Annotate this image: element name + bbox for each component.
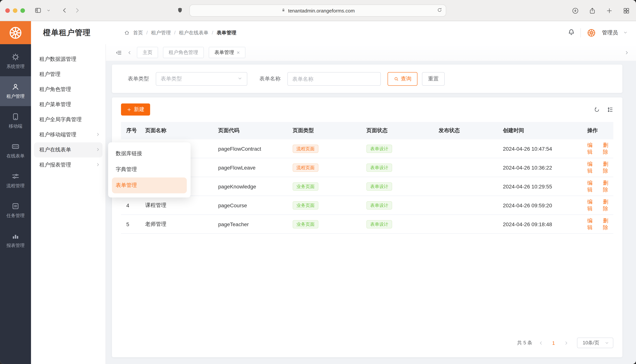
flyout-item-form-mgmt[interactable]: 表单管理: [112, 178, 187, 193]
cell-page-name: 老师管理: [145, 221, 218, 228]
rail-item-system[interactable]: 系统管理: [0, 46, 31, 76]
reload-icon[interactable]: [437, 7, 443, 14]
minimize-window-button[interactable]: [13, 8, 17, 13]
create-button[interactable]: 新建: [121, 104, 150, 116]
rail-item-workflow[interactable]: 流程管理: [0, 166, 31, 196]
sidebar-toggle-icon[interactable]: [33, 5, 43, 16]
forward-button[interactable]: [72, 5, 82, 16]
tabs-scroll-left-icon[interactable]: [127, 50, 132, 55]
user-name[interactable]: 管理员: [602, 29, 618, 36]
delete-link[interactable]: 删除: [603, 142, 613, 156]
page-size-select[interactable]: 10条/页: [577, 338, 613, 348]
tabs-scroll-right-icon[interactable]: [624, 50, 629, 55]
downloads-icon[interactable]: [570, 5, 580, 16]
form-type-label: 表单类型: [128, 75, 149, 82]
user-menu-chevron-icon[interactable]: [623, 29, 628, 36]
sidebar-item-tenant-mgmt[interactable]: 租户管理: [31, 67, 105, 82]
table-row: pageFlowContract 流程页面 表单设计 2024-04-26 10…: [121, 139, 613, 158]
sidebar-item-tenant-mobile[interactable]: 租户移动端管理: [31, 127, 105, 142]
rail-item-online-form[interactable]: 在线表单: [0, 136, 31, 166]
col-page-type: 页面类型: [293, 127, 366, 134]
sidebar-item-tenant-menu[interactable]: 租户菜单管理: [31, 97, 105, 112]
form-name-label: 表单名称: [259, 75, 281, 82]
tab-list-icon[interactable]: [116, 49, 122, 56]
sidebar-item-tenant-online-form[interactable]: 租户在线表单: [34, 142, 102, 158]
edit-link[interactable]: 编辑: [587, 180, 598, 193]
tab-label: 主页: [143, 49, 152, 56]
app-header: 橙单租户管理 首页 / 租户管理 / 租户在线表单 / 表单管理 管理员: [0, 21, 636, 44]
breadcrumb-online-form[interactable]: 租户在线表单: [179, 29, 208, 36]
avatar[interactable]: [586, 28, 597, 38]
flyout-item-db-link[interactable]: 数据库链接: [108, 146, 190, 162]
breadcrumb-home[interactable]: 首页: [133, 29, 143, 36]
tab-overview-icon[interactable]: [621, 5, 631, 16]
edit-link[interactable]: 编辑: [587, 161, 598, 174]
browser-toolbar: tenantadmin.orangeforms.com: [0, 0, 636, 21]
rail-item-mobile[interactable]: 移动端: [0, 106, 31, 136]
new-tab-icon[interactable]: [604, 5, 614, 16]
next-page-icon[interactable]: [564, 340, 569, 345]
page-number[interactable]: 1: [549, 340, 558, 346]
refresh-icon[interactable]: [594, 106, 600, 113]
sidebar-item-tenant-role[interactable]: 租户角色管理: [31, 82, 105, 97]
page-status-tag: 表单设计: [366, 182, 392, 190]
sidebar-item-label: 租户角色管理: [39, 86, 71, 93]
cell-page-code: pageFlowLeave: [218, 164, 293, 170]
back-button[interactable]: [59, 5, 70, 16]
flyout-item-dict-mgmt[interactable]: 字典管理: [108, 162, 190, 178]
form-type-select[interactable]: 表单类型: [156, 72, 247, 86]
prev-page-icon[interactable]: [538, 340, 543, 345]
rail-item-tenant[interactable]: 租户管理: [0, 76, 31, 106]
table-panel: 新建 序号 页面名称 页面代码 页面类型 页面状态 发布状态 创建时间: [112, 98, 622, 357]
tab-group-chevron-icon[interactable]: [43, 5, 54, 16]
edit-link[interactable]: 编辑: [587, 217, 598, 231]
edit-link[interactable]: 编辑: [587, 198, 598, 212]
reset-button[interactable]: 重置: [422, 72, 445, 86]
delete-link[interactable]: 删除: [603, 217, 613, 231]
rail-item-task[interactable]: 任务管理: [0, 196, 31, 226]
sidebar-item-label: 租户移动端管理: [39, 132, 76, 138]
rail-item-label: 系统管理: [7, 64, 25, 70]
privacy-shield-icon[interactable]: [176, 6, 183, 16]
delete-link[interactable]: 删除: [603, 180, 613, 193]
zoom-window-button[interactable]: [21, 8, 25, 13]
share-icon[interactable]: [587, 5, 597, 16]
address-bar[interactable]: tenantadmin.orangeforms.com: [189, 4, 446, 16]
notifications-bell-icon[interactable]: [568, 28, 575, 37]
edit-link[interactable]: 编辑: [587, 142, 598, 156]
breadcrumb-current: 表单管理: [217, 29, 236, 36]
page-status-tag: 表单设计: [366, 220, 392, 228]
tab-tenant-role[interactable]: 租户角色管理: [163, 47, 204, 58]
close-window-button[interactable]: [5, 8, 10, 13]
tab-form-mgmt[interactable]: 表单管理×: [209, 47, 245, 58]
column-settings-icon[interactable]: [607, 106, 613, 113]
delete-link[interactable]: 删除: [603, 161, 613, 174]
module-rail: 系统管理 租户管理 移动端 在线表单 流程管理 任务管理 报表管理: [0, 44, 31, 364]
table-header: 序号 页面名称 页面代码 页面类型 页面状态 发布状态 创建时间 操作: [121, 122, 613, 139]
query-button[interactable]: 查询: [387, 72, 417, 86]
header-divider: [580, 28, 581, 37]
delete-link[interactable]: 删除: [603, 198, 613, 212]
close-tab-icon[interactable]: ×: [237, 50, 240, 55]
pagination: 共 5 条 1 10条/页: [121, 333, 613, 357]
page-size-value: 10条/页: [583, 340, 599, 346]
filter-panel: 表单类型 表单类型 表单名称 查询 重置: [112, 64, 622, 93]
sidebar-item-tenant-dict[interactable]: 租户全局字典管理: [31, 112, 105, 127]
tab-home[interactable]: 主页: [137, 47, 158, 58]
page-type-tag: 流程页面: [293, 163, 318, 172]
form-name-input[interactable]: [292, 76, 376, 82]
window-controls: [5, 8, 25, 13]
cell-created-time: 2024-04-26 10:36:22: [503, 164, 587, 170]
flyout-menu: 数据库链接 字典管理 表单管理: [108, 142, 190, 198]
cell-no: 4: [121, 202, 145, 208]
chevron-right-icon: [96, 132, 100, 138]
table-row: pageKnowledge 业务页面 表单设计 2024-04-26 10:29…: [121, 177, 613, 196]
sidebar-item-datasource[interactable]: 租户数据源管理: [31, 52, 105, 67]
breadcrumb-tenant-mgmt[interactable]: 租户管理: [151, 29, 171, 36]
sidebar-item-tenant-report[interactable]: 租户报表管理: [31, 158, 105, 172]
browser-window: tenantadmin.orangeforms.com 橙单租户管理 首页 / …: [0, 0, 636, 364]
page-status-tag: 表单设计: [366, 201, 392, 210]
rail-item-label: 流程管理: [7, 183, 25, 189]
rail-item-report[interactable]: 报表管理: [0, 226, 31, 255]
breadcrumb: 首页 / 租户管理 / 租户在线表单 / 表单管理: [124, 29, 236, 36]
